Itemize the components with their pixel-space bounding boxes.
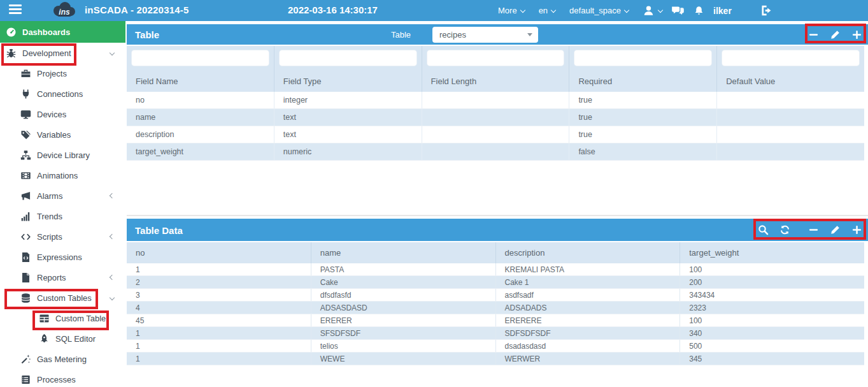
table-cell: target_weight xyxy=(127,143,274,160)
table-cell: name xyxy=(127,109,274,126)
sidebar-item-animations[interactable]: Animations xyxy=(0,165,125,186)
table-row[interactable]: 2CakeCake 1200 xyxy=(127,276,864,289)
refresh-icon xyxy=(779,224,790,235)
sidebar-item-label: Trends xyxy=(37,212,62,221)
sitemap-icon xyxy=(20,150,31,161)
column-header-field-type[interactable]: Field Type xyxy=(274,70,422,92)
table-row[interactable]: nointegertrue xyxy=(127,92,864,109)
column-header-field-name[interactable]: Field Name xyxy=(127,70,274,92)
column-header-target-weight[interactable]: target_weight xyxy=(680,242,864,263)
column-header-no[interactable]: no xyxy=(127,242,311,263)
table-row[interactable]: 45ERERERERERERE100 xyxy=(127,314,864,327)
filter-input-field-type[interactable] xyxy=(280,50,416,66)
column-header-required[interactable]: Required xyxy=(569,70,717,92)
table-minus-button[interactable] xyxy=(808,29,819,40)
filter-input-default-value[interactable] xyxy=(722,50,859,66)
table-row[interactable]: 1WEWEWERWER345 xyxy=(127,353,864,365)
sidebar-item-connections[interactable]: Connections xyxy=(0,84,125,104)
table-cell: ADSADADS xyxy=(496,302,681,314)
table-row[interactable]: descriptiontexttrue xyxy=(127,126,864,143)
sidebar-item-scripts[interactable]: Scripts xyxy=(0,226,125,247)
sidebar-item-trends[interactable]: Trends xyxy=(0,206,125,226)
sidebar-item-variables[interactable]: Variables xyxy=(0,124,125,145)
plug-icon xyxy=(20,89,31,99)
table-pencil-button[interactable] xyxy=(830,29,841,40)
language-menu[interactable]: en xyxy=(539,6,555,15)
table-cell: 345 xyxy=(680,353,864,365)
table-row[interactable]: target_weightnumericfalse xyxy=(127,143,864,161)
more-menu[interactable]: More xyxy=(498,6,525,15)
filter-cell xyxy=(569,46,717,70)
table-cell: ERERER xyxy=(311,314,496,326)
user-menu[interactable] xyxy=(643,4,662,17)
filter-input-field-name[interactable] xyxy=(132,50,269,66)
sidebar-item-custom-table[interactable]: Custom Table xyxy=(0,308,125,328)
table-cell: text xyxy=(274,109,422,126)
table-plus-button[interactable] xyxy=(851,29,862,40)
table-cell: true xyxy=(569,126,717,143)
chevron-left-icon xyxy=(110,275,115,280)
rocket-icon xyxy=(39,333,50,344)
column-header-description[interactable]: description xyxy=(496,242,681,263)
sidebar-item-sql-editor[interactable]: SQL Editor xyxy=(0,328,125,349)
table-icon xyxy=(39,313,50,324)
app-title: inSCADA - 20220314-5 xyxy=(85,4,189,15)
sidebar-item-label: Animations xyxy=(37,171,78,180)
sidebar-item-device-library[interactable]: Device Library xyxy=(0,145,125,165)
bell-icon[interactable] xyxy=(694,5,704,17)
sidebar-item-gas-metering[interactable]: Gas Metering xyxy=(0,349,125,369)
table-data-minus-button[interactable] xyxy=(808,224,819,235)
table-row[interactable]: 4ADSASDASDADSADADS2323 xyxy=(127,302,864,314)
sidebar-item-label: SQL Editor xyxy=(55,334,96,344)
table-data-refresh-button[interactable] xyxy=(779,224,790,235)
sidebar-item-devices[interactable]: Devices xyxy=(0,104,125,124)
plus-icon xyxy=(851,29,862,40)
pencil-icon xyxy=(830,29,841,40)
filter-input-required[interactable] xyxy=(574,50,711,66)
table-cell: dfsdfasfd xyxy=(311,289,496,301)
table-cell: WEWE xyxy=(311,353,496,365)
logout-icon[interactable] xyxy=(760,4,772,19)
table-row[interactable]: 1teliosdsadasdasd500 xyxy=(127,340,864,353)
sidebar-item-label: Expressions xyxy=(37,252,82,262)
table-cell: 4 xyxy=(127,302,311,314)
table-row[interactable]: 3dfsdfasfdasdfsadf343434 xyxy=(127,289,864,302)
sidebar-item-projects[interactable]: Projects xyxy=(0,63,125,84)
sidebar-item-label: Variables xyxy=(37,130,71,140)
table-data-plus-button[interactable] xyxy=(851,224,862,235)
table-cell: 45 xyxy=(127,314,311,326)
chat-icon[interactable] xyxy=(671,4,685,17)
sidebar-item-custom-tables[interactable]: Custom Tables xyxy=(0,288,125,308)
topbar-right: More en default_space ilker xyxy=(498,0,732,21)
minus-icon xyxy=(808,29,819,40)
bug-icon xyxy=(6,48,17,59)
table-cell: KREMALI PASTA xyxy=(496,263,681,275)
hamburger-menu-icon[interactable] xyxy=(9,4,22,16)
username-label[interactable]: ilker xyxy=(713,6,732,16)
bar-chart-icon xyxy=(20,211,31,222)
space-menu[interactable]: default_space xyxy=(569,6,629,15)
column-header-default-value[interactable]: Default Value xyxy=(717,70,864,92)
table-data-pencil-button[interactable] xyxy=(830,224,841,235)
table-row[interactable]: 1PASTAKREMALI PASTA100 xyxy=(127,263,864,276)
sidebar-item-processes[interactable]: Processes xyxy=(0,369,125,387)
chevron-down-icon xyxy=(110,50,115,55)
sidebar-item-expressions[interactable]: Expressions xyxy=(0,247,125,267)
table-cell xyxy=(422,109,570,126)
column-header-field-length[interactable]: Field Length xyxy=(422,70,570,92)
sidebar-item-development[interactable]: Development xyxy=(0,43,125,63)
table-row[interactable]: 1SFSDFSDFSDFSDFSDF340 xyxy=(127,327,864,340)
table-data-search-button[interactable] xyxy=(758,224,769,235)
table-select[interactable]: recipes xyxy=(432,27,538,43)
sidebar-item-alarms[interactable]: Alarms xyxy=(0,186,125,206)
sidebar-item-label: Alarms xyxy=(37,191,62,201)
sidebar-item-dashboards[interactable]: Dashboards xyxy=(0,21,125,43)
table-row[interactable]: nametexttrue xyxy=(127,109,864,126)
tags-icon xyxy=(20,129,31,140)
table-cell: true xyxy=(569,109,717,126)
file-icon xyxy=(20,272,31,283)
filter-input-field-length[interactable] xyxy=(427,50,564,66)
table-data-body: 1PASTAKREMALI PASTA1002CakeCake 12003dfs… xyxy=(127,263,864,365)
sidebar-item-reports[interactable]: Reports xyxy=(0,267,125,288)
column-header-name[interactable]: name xyxy=(311,242,496,263)
